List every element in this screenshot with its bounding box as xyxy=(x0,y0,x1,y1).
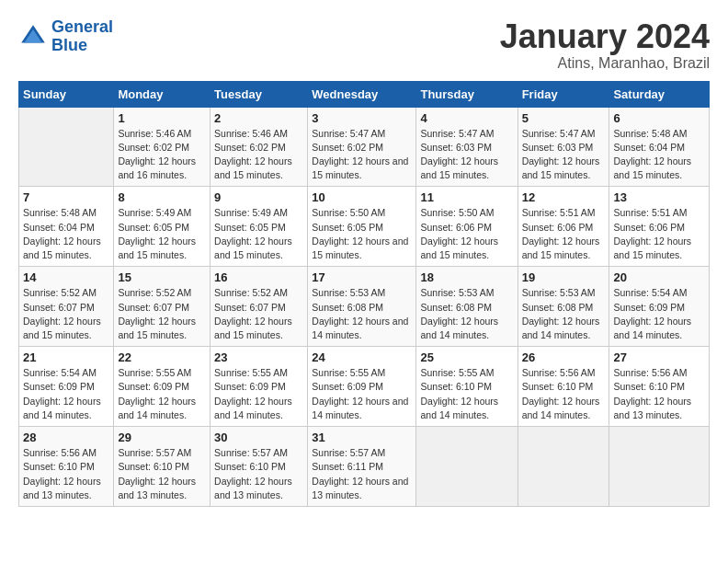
day-number: 31 xyxy=(312,431,412,444)
day-number: 8 xyxy=(118,190,206,204)
day-number: 19 xyxy=(522,270,606,284)
header-row: SundayMondayTuesdayWednesdayThursdayFrid… xyxy=(19,81,710,107)
day-info: Sunrise: 5:51 AMSunset: 6:06 PMDaylight:… xyxy=(613,206,705,262)
day-info: Sunrise: 5:52 AMSunset: 6:07 PMDaylight:… xyxy=(118,286,206,342)
header-friday: Friday xyxy=(518,81,609,107)
calendar-cell: 8Sunrise: 5:49 AMSunset: 6:05 PMDaylight… xyxy=(114,187,210,267)
day-info: Sunrise: 5:51 AMSunset: 6:06 PMDaylight:… xyxy=(522,206,606,262)
day-number: 27 xyxy=(613,350,705,364)
day-number: 6 xyxy=(613,111,705,125)
calendar-cell: 31Sunrise: 5:57 AMSunset: 6:11 PMDayligh… xyxy=(308,427,416,507)
calendar-cell: 23Sunrise: 5:55 AMSunset: 6:09 PMDayligh… xyxy=(210,347,308,427)
day-number: 22 xyxy=(118,350,206,364)
day-info: Sunrise: 5:53 AMSunset: 6:08 PMDaylight:… xyxy=(420,286,513,342)
header-tuesday: Tuesday xyxy=(210,81,308,107)
day-info: Sunrise: 5:52 AMSunset: 6:07 PMDaylight:… xyxy=(214,286,303,342)
header-monday: Monday xyxy=(114,81,210,107)
header-sunday: Sunday xyxy=(19,81,114,107)
calendar-cell: 21Sunrise: 5:54 AMSunset: 6:09 PMDayligh… xyxy=(19,347,114,427)
calendar-cell: 22Sunrise: 5:55 AMSunset: 6:09 PMDayligh… xyxy=(114,347,210,427)
calendar-cell xyxy=(416,427,518,507)
day-number: 23 xyxy=(214,350,303,364)
calendar-cell: 2Sunrise: 5:46 AMSunset: 6:02 PMDaylight… xyxy=(210,107,308,187)
calendar-cell: 28Sunrise: 5:56 AMSunset: 6:10 PMDayligh… xyxy=(19,427,114,507)
day-number: 1 xyxy=(118,111,206,125)
header-wednesday: Wednesday xyxy=(308,81,416,107)
calendar-table: SundayMondayTuesdayWednesdayThursdayFrid… xyxy=(18,81,710,507)
day-info: Sunrise: 5:50 AMSunset: 6:06 PMDaylight:… xyxy=(420,206,513,262)
day-info: Sunrise: 5:57 AMSunset: 6:11 PMDaylight:… xyxy=(312,446,412,502)
day-number: 29 xyxy=(118,431,206,444)
calendar-cell: 20Sunrise: 5:54 AMSunset: 6:09 PMDayligh… xyxy=(609,267,710,347)
day-info: Sunrise: 5:46 AMSunset: 6:02 PMDaylight:… xyxy=(118,127,206,183)
day-number: 10 xyxy=(312,190,412,204)
day-info: Sunrise: 5:56 AMSunset: 6:10 PMDaylight:… xyxy=(23,446,109,502)
main-title: January 2024 xyxy=(500,18,710,55)
calendar-cell: 7Sunrise: 5:48 AMSunset: 6:04 PMDaylight… xyxy=(19,187,114,267)
day-number: 26 xyxy=(522,350,606,364)
title-area: January 2024 Atins, Maranhao, Brazil xyxy=(500,18,710,72)
week-row-5: 28Sunrise: 5:56 AMSunset: 6:10 PMDayligh… xyxy=(19,427,710,507)
calendar-cell: 3Sunrise: 5:47 AMSunset: 6:02 PMDaylight… xyxy=(308,107,416,187)
day-number: 4 xyxy=(420,111,513,125)
sub-title: Atins, Maranhao, Brazil xyxy=(500,55,710,72)
day-number: 24 xyxy=(312,350,412,364)
calendar-cell: 10Sunrise: 5:50 AMSunset: 6:05 PMDayligh… xyxy=(308,187,416,267)
day-number: 7 xyxy=(23,190,109,204)
logo-line2: Blue xyxy=(51,36,87,54)
day-info: Sunrise: 5:55 AMSunset: 6:09 PMDaylight:… xyxy=(118,366,206,422)
day-number: 28 xyxy=(23,431,109,444)
header-thursday: Thursday xyxy=(416,81,518,107)
week-row-4: 21Sunrise: 5:54 AMSunset: 6:09 PMDayligh… xyxy=(19,347,710,427)
day-info: Sunrise: 5:49 AMSunset: 6:05 PMDaylight:… xyxy=(214,206,303,262)
logo: General Blue xyxy=(18,18,113,55)
calendar-cell: 27Sunrise: 5:56 AMSunset: 6:10 PMDayligh… xyxy=(609,347,710,427)
calendar-cell: 26Sunrise: 5:56 AMSunset: 6:10 PMDayligh… xyxy=(518,347,609,427)
day-number: 21 xyxy=(23,350,109,364)
calendar-cell: 9Sunrise: 5:49 AMSunset: 6:05 PMDaylight… xyxy=(210,187,308,267)
calendar-cell: 5Sunrise: 5:47 AMSunset: 6:03 PMDaylight… xyxy=(518,107,609,187)
day-info: Sunrise: 5:46 AMSunset: 6:02 PMDaylight:… xyxy=(214,127,303,183)
calendar-cell: 12Sunrise: 5:51 AMSunset: 6:06 PMDayligh… xyxy=(518,187,609,267)
day-number: 18 xyxy=(420,270,513,284)
calendar-cell: 25Sunrise: 5:55 AMSunset: 6:10 PMDayligh… xyxy=(416,347,518,427)
day-info: Sunrise: 5:50 AMSunset: 6:05 PMDaylight:… xyxy=(312,206,412,262)
day-number: 25 xyxy=(420,350,513,364)
calendar-cell: 4Sunrise: 5:47 AMSunset: 6:03 PMDaylight… xyxy=(416,107,518,187)
week-row-3: 14Sunrise: 5:52 AMSunset: 6:07 PMDayligh… xyxy=(19,267,710,347)
day-info: Sunrise: 5:54 AMSunset: 6:09 PMDaylight:… xyxy=(613,286,705,342)
calendar-cell: 13Sunrise: 5:51 AMSunset: 6:06 PMDayligh… xyxy=(609,187,710,267)
day-number: 20 xyxy=(613,270,705,284)
logo-icon xyxy=(18,22,48,52)
day-number: 3 xyxy=(312,111,412,125)
day-info: Sunrise: 5:55 AMSunset: 6:10 PMDaylight:… xyxy=(420,366,513,422)
calendar-cell xyxy=(609,427,710,507)
calendar-cell: 29Sunrise: 5:57 AMSunset: 6:10 PMDayligh… xyxy=(114,427,210,507)
day-info: Sunrise: 5:48 AMSunset: 6:04 PMDaylight:… xyxy=(613,127,705,183)
day-number: 16 xyxy=(214,270,303,284)
day-number: 5 xyxy=(522,111,606,125)
day-number: 14 xyxy=(23,270,109,284)
week-row-2: 7Sunrise: 5:48 AMSunset: 6:04 PMDaylight… xyxy=(19,187,710,267)
logo-text: General Blue xyxy=(51,18,113,55)
calendar-cell: 19Sunrise: 5:53 AMSunset: 6:08 PMDayligh… xyxy=(518,267,609,347)
calendar-cell xyxy=(19,107,114,187)
day-info: Sunrise: 5:48 AMSunset: 6:04 PMDaylight:… xyxy=(23,206,109,262)
header-saturday: Saturday xyxy=(609,81,710,107)
day-info: Sunrise: 5:47 AMSunset: 6:03 PMDaylight:… xyxy=(522,127,606,183)
day-info: Sunrise: 5:47 AMSunset: 6:03 PMDaylight:… xyxy=(420,127,513,183)
day-info: Sunrise: 5:54 AMSunset: 6:09 PMDaylight:… xyxy=(23,366,109,422)
day-info: Sunrise: 5:49 AMSunset: 6:05 PMDaylight:… xyxy=(118,206,206,262)
day-info: Sunrise: 5:53 AMSunset: 6:08 PMDaylight:… xyxy=(522,286,606,342)
calendar-cell: 24Sunrise: 5:55 AMSunset: 6:09 PMDayligh… xyxy=(308,347,416,427)
header: General Blue January 2024 Atins, Maranha… xyxy=(18,18,710,72)
logo-line1: General xyxy=(51,17,113,36)
day-info: Sunrise: 5:57 AMSunset: 6:10 PMDaylight:… xyxy=(214,446,303,502)
calendar-cell: 14Sunrise: 5:52 AMSunset: 6:07 PMDayligh… xyxy=(19,267,114,347)
calendar-cell: 18Sunrise: 5:53 AMSunset: 6:08 PMDayligh… xyxy=(416,267,518,347)
day-number: 30 xyxy=(214,431,303,444)
day-number: 13 xyxy=(613,190,705,204)
day-info: Sunrise: 5:47 AMSunset: 6:02 PMDaylight:… xyxy=(312,127,412,183)
day-info: Sunrise: 5:53 AMSunset: 6:08 PMDaylight:… xyxy=(312,286,412,342)
day-number: 12 xyxy=(522,190,606,204)
